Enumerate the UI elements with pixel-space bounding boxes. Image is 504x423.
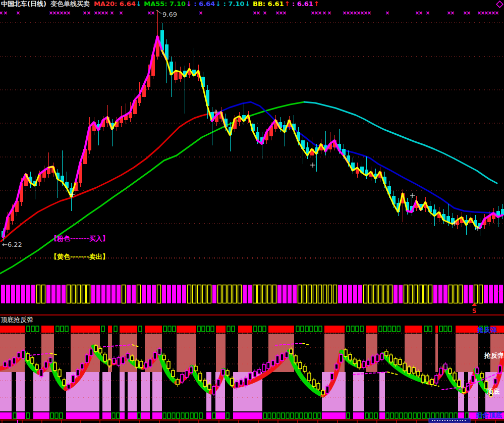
svg-text:×: × [256,10,260,16]
svg-text:×: × [110,10,114,16]
price-line [3,36,502,237]
panel-bands [0,326,504,419]
indicator-reading: MA20: 6.64↓ [94,1,142,8]
svg-text:×: × [87,10,91,16]
svg-text:×: × [199,10,203,16]
chart-canvas[interactable]: ××××××××××××××××××××××××××××××××××××××××… [0,0,504,423]
ma-blue-line [217,102,503,215]
svg-text:×: × [4,10,8,16]
corner-diamond-icon [496,1,503,8]
panel-label-topbottom: 顶底 [486,387,499,396]
svg-text:×: × [119,10,123,16]
stock-app-window: 中国北车(日线) 变色单线买卖 MA20: 6.64↓ MA55: 7.10↓ … [0,0,504,423]
indicator-readings: MA20: 6.64↓ MA55: 7.10↓ : 6.64↓ : 7.10↓ … [94,1,319,8]
svg-text:S: S [472,307,477,314]
svg-text:×: × [151,10,155,16]
signal-strip: S [1,285,504,314]
svg-text:×: × [67,10,71,16]
panel-indicator-title: 顶底抢反弹 [1,315,33,325]
svg-text:×: × [367,10,371,16]
indicator-reading: : 6.64↓ [194,1,221,8]
ma-green-line [0,102,304,274]
svg-text:×: × [0,10,3,16]
svg-text:×: × [263,10,267,16]
indicator-reading: MA55: 7.10↓ [144,1,192,8]
svg-text:×: × [104,10,108,16]
title-bar: 中国北车(日线) 变色单线买卖 MA20: 6.64↓ MA55: 7.10↓ … [1,0,319,8]
svg-text:×: × [327,10,331,16]
indicator-name: 变色单线买卖 [50,1,90,8]
stock-title: 中国北车(日线) [1,1,46,8]
legend-buy-label: 【粉色-------买入】 [50,234,109,243]
panel-label-rebound-blue: 抢反弹 [477,326,497,335]
svg-text:×: × [385,10,389,16]
panel-label-rebound-white: 抢反弹 [484,351,504,360]
svg-text:×: × [318,10,322,16]
indicator-reading: : 6.61↑ [292,1,319,8]
svg-text:×: × [16,10,20,16]
bottom-blue-box [429,418,470,422]
svg-text:×: × [426,10,430,16]
sell-x-markers: ××××××××××××××××××××××××××××××××××××××××… [0,10,499,16]
indicator-reading: : 7.10↓ [223,1,251,8]
candlesticks [2,10,504,241]
svg-text:×: × [322,10,326,16]
panel-label-combo-topbottom: 组合顶底 [476,411,502,420]
time-axis [0,420,504,423]
high-pointer-line [156,10,161,14]
svg-text:×: × [419,10,423,16]
svg-text:×: × [451,10,455,16]
indicator-reading: BB: 6.61↑ [253,1,290,8]
legend-sell-label: 【黄色-------卖出】 [50,252,109,261]
high-price-annotation: 9.69 [162,11,177,18]
low-price-annotation: ←6.22 [2,241,22,248]
svg-text:×: × [495,10,499,16]
ma-red-line [1,113,217,241]
svg-text:×: × [467,10,471,16]
svg-text:×: × [283,10,287,16]
